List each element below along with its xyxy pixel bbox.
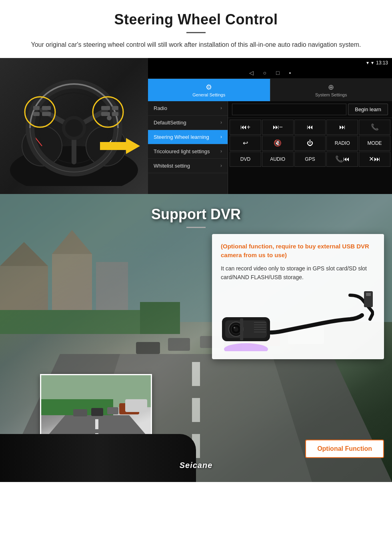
svg-rect-18 (42, 112, 51, 116)
settings-tabs: ⚙ General Settings ⊕ System Settings (148, 79, 392, 101)
dvr-title: Support DVR (0, 206, 392, 223)
ctrl-mute-next-button[interactable]: ✕⏭ (359, 152, 390, 167)
optional-function-badge: Optional Function (305, 440, 384, 458)
nav-screen-icon[interactable]: ▪ (289, 70, 291, 76)
tab-general-settings[interactable]: ⚙ General Settings (148, 79, 270, 101)
nav-back-icon[interactable]: ◁ (249, 70, 254, 76)
signal-icon: ▾ (371, 60, 374, 66)
svg-point-58 (224, 343, 268, 351)
svg-rect-65 (91, 408, 103, 416)
ctrl-row-3: DVD AUDIO GPS 📞⏮ ✕⏭ (230, 152, 390, 167)
svg-rect-45 (366, 293, 371, 296)
tab-system-label: System Settings (315, 92, 347, 97)
seicane-logo: Seicane (180, 461, 213, 470)
dvr-optional-notice: (Optional function, require to buy exter… (221, 242, 375, 260)
svg-point-12 (65, 119, 83, 137)
menu-item-whitelist[interactable]: Whitelist setting › (148, 159, 228, 173)
gear-icon: ⚙ (206, 83, 212, 92)
menu-steering-label: Steering Wheel learning (154, 134, 209, 140)
svg-marker-24 (100, 138, 140, 154)
dvr-title-area: Support DVR (0, 194, 392, 238)
ctrl-audio-button[interactable]: AUDIO (262, 152, 294, 167)
dvr-divider (186, 227, 206, 228)
android-status-bar: ▾ ▾ 13:13 (148, 58, 392, 68)
dvr-info-card: (Optional function, require to buy exter… (212, 234, 384, 360)
ctrl-row-1: ⏮+ ⏭− ⏮ ⏭ 📞 (230, 120, 390, 135)
chevron-right-icon: › (220, 120, 222, 125)
steering-control-panel: Begin learn ⏮+ ⏭− ⏮ ⏭ 📞 ↩ 🔇 ⏻ RADIO (228, 101, 392, 194)
svg-rect-32 (140, 302, 180, 334)
svg-rect-62 (95, 419, 98, 429)
chevron-right-icon: › (220, 148, 222, 154)
steering-section: Steering Wheel Control Your original car… (0, 0, 392, 50)
menu-tricoloured-label: Tricoloured light settings (154, 148, 210, 154)
svg-rect-21 (112, 106, 118, 110)
svg-rect-20 (101, 112, 110, 116)
subtitle-text: Your original car's steering wheel contr… (24, 40, 368, 50)
seicane-logo-text: Seicane (180, 461, 213, 470)
android-nav-bar: ◁ ○ □ ▪ (148, 68, 392, 79)
svg-rect-66 (107, 407, 118, 414)
chevron-right-icon: › (220, 163, 222, 168)
ctrl-call-button[interactable]: 📞 (359, 120, 390, 135)
svg-rect-15 (33, 106, 40, 110)
menu-item-radio[interactable]: Radio › (148, 101, 228, 116)
ctrl-prev-button[interactable]: ⏮ (294, 120, 326, 135)
android-ui-panel: ▾ ▾ 13:13 ◁ ○ □ ▪ ⚙ General Settings ⊕ S… (148, 58, 392, 194)
ctrl-vol-down-button[interactable]: ⏭− (262, 120, 294, 135)
tab-general-label: General Settings (192, 92, 225, 97)
wifi-icon: ▾ (366, 60, 369, 66)
svg-rect-52 (240, 318, 243, 340)
ctrl-dvd-button[interactable]: DVD (230, 152, 261, 167)
steering-demo-area: ▾ ▾ 13:13 ◁ ○ □ ▪ ⚙ General Settings ⊕ S… (0, 58, 392, 194)
chevron-right-icon: › (220, 134, 222, 140)
nav-home-icon[interactable]: ○ (263, 70, 266, 76)
svg-rect-16 (33, 112, 40, 116)
svg-rect-64 (73, 409, 87, 416)
chevron-right-icon: › (220, 105, 222, 111)
ctrl-mode-button[interactable]: MODE (359, 136, 390, 151)
svg-rect-68 (125, 399, 147, 412)
yellow-arrow (100, 136, 140, 158)
ctrl-vol-up-button[interactable]: ⏮+ (230, 120, 261, 135)
dvr-section: Support DVR (Optional function, require … (0, 194, 392, 482)
tab-system-settings[interactable]: ⊕ System Settings (270, 79, 392, 101)
svg-rect-38 (136, 342, 160, 354)
svg-rect-19 (101, 106, 110, 110)
svg-rect-35 (192, 362, 200, 386)
dashboard-strip (0, 434, 196, 482)
menu-item-tricoloured[interactable]: Tricoloured light settings › (148, 144, 228, 159)
menu-default-label: DefaultSetting (154, 120, 186, 126)
begin-learn-button[interactable]: Begin learn (348, 104, 388, 115)
settings-menu-list: Radio › DefaultSetting › Steering Wheel … (148, 101, 228, 194)
steering-wheel-photo (0, 58, 148, 194)
svg-rect-36 (192, 398, 200, 422)
dvr-description: It can record video only to storage in G… (221, 264, 375, 282)
dvr-camera-image (221, 287, 375, 351)
svg-point-23 (107, 116, 112, 120)
dvr-thumbnail-preview (40, 374, 152, 442)
svg-point-51 (234, 327, 235, 328)
nav-recents-icon[interactable]: □ (276, 70, 279, 76)
menu-item-default[interactable]: DefaultSetting › (148, 116, 228, 130)
ctrl-radio-button[interactable]: RADIO (326, 136, 358, 151)
ctrl-mute-button[interactable]: 🔇 (262, 136, 294, 151)
svg-rect-39 (168, 338, 190, 351)
globe-icon: ⊕ (328, 83, 334, 92)
svg-rect-22 (112, 112, 118, 116)
menu-whitelist-label: Whitelist setting (154, 163, 190, 169)
begin-learn-row: Begin learn (228, 101, 392, 118)
ctrl-row-2: ↩ 🔇 ⏻ RADIO MODE (230, 136, 390, 151)
control-buttons-grid: ⏮+ ⏭− ⏮ ⏭ 📞 ↩ 🔇 ⏻ RADIO MODE DVD (228, 118, 392, 168)
ctrl-next-button[interactable]: ⏭ (326, 120, 358, 135)
page-title: Steering Wheel Control (16, 11, 376, 28)
menu-item-steering[interactable]: Steering Wheel learning › (148, 130, 228, 144)
ctrl-call-prev-button[interactable]: 📞⏮ (326, 152, 358, 167)
settings-content: Radio › DefaultSetting › Steering Wheel … (148, 101, 392, 194)
status-time: 13:13 (376, 60, 388, 66)
ctrl-gps-button[interactable]: GPS (294, 152, 326, 167)
ctrl-hangup-button[interactable]: ↩ (230, 136, 261, 151)
svg-rect-17 (42, 106, 51, 110)
ctrl-power-button[interactable]: ⏻ (294, 136, 326, 151)
svg-rect-31 (0, 310, 140, 334)
